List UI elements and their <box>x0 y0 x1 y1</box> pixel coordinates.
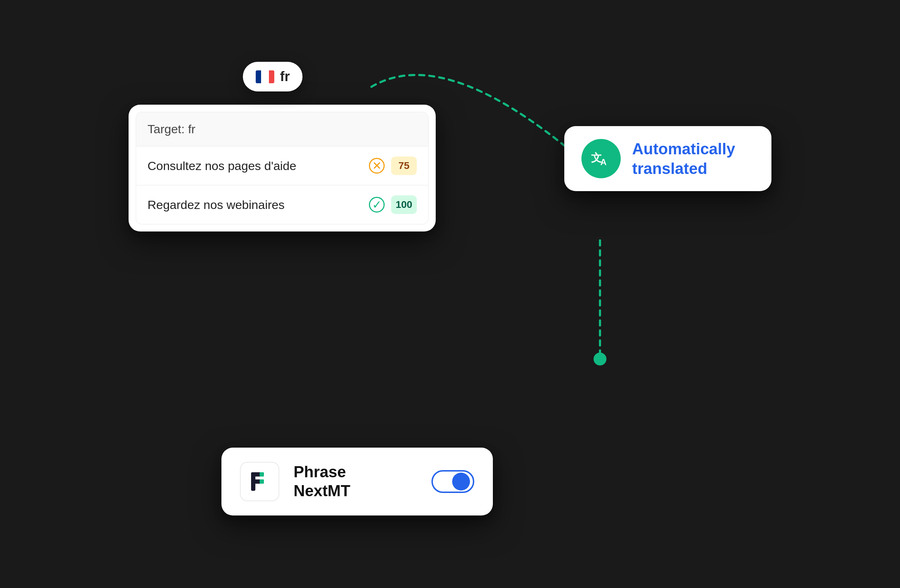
ok-icon: ✓ <box>369 197 385 213</box>
svg-rect-6 <box>260 472 264 476</box>
table-header-text: Target: fr <box>147 122 196 136</box>
phrase-logo-icon <box>247 469 272 494</box>
table-row: Consultez nos pages d'aide ✕ 75 <box>136 146 428 185</box>
scene: fr Target: fr Consultez nos pages d'aide… <box>129 62 771 526</box>
svg-point-1 <box>594 352 607 365</box>
phrase-logo-box <box>240 462 279 501</box>
svg-text:A: A <box>601 157 607 167</box>
translate-icon: 文 A <box>590 147 613 170</box>
french-flag-icon <box>256 70 274 83</box>
translate-icon-circle: 文 A <box>582 139 621 178</box>
translation-table-card: Target: fr Consultez nos pages d'aide ✕ … <box>129 105 436 231</box>
table-row: Target: fr <box>136 112 428 146</box>
phrase-nextmt-card: Phrase NextMT <box>222 448 493 515</box>
row-1-text: Consultez nos pages d'aide <box>147 159 369 173</box>
language-code: fr <box>280 69 290 84</box>
phrase-nextmt-name: Phrase NextMT <box>293 462 417 501</box>
auto-translated-text: Automatically translated <box>632 139 736 178</box>
auto-translated-card: 文 A Automatically translated <box>564 126 771 191</box>
toggle-knob <box>452 473 470 490</box>
table-row: Regardez nos webinaires ✓ 100 <box>136 185 428 224</box>
row-1-icons: ✕ 75 <box>369 157 417 175</box>
nextmt-toggle[interactable] <box>431 470 474 493</box>
table-inner: Target: fr Consultez nos pages d'aide ✕ … <box>136 112 428 224</box>
svg-rect-8 <box>260 479 264 484</box>
flag-pill: fr <box>243 62 303 92</box>
score-badge-75: 75 <box>391 157 417 175</box>
row-2-icons: ✓ 100 <box>369 195 417 214</box>
error-icon: ✕ <box>369 158 385 174</box>
score-badge-100: 100 <box>391 195 417 214</box>
row-2-text: Regardez nos webinaires <box>147 198 369 212</box>
